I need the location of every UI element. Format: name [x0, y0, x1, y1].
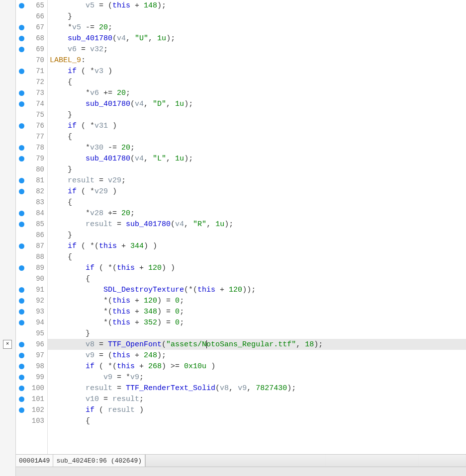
breakpoint-dot-icon[interactable] — [19, 123, 24, 129]
breakpoint-dot-icon[interactable] — [19, 397, 24, 402]
gutter-row[interactable]: 70 — [16, 55, 47, 66]
code-line[interactable]: *(this + 352) = 0; — [48, 317, 466, 328]
code-line[interactable]: *(this + 120) = 0; — [48, 295, 466, 306]
code-lines[interactable]: v5 = (this + 148); } *v5 -= 20; sub_4017… — [48, 0, 466, 454]
breakpoint-dot-icon[interactable] — [19, 47, 24, 52]
gutter-row[interactable]: 85 — [16, 219, 47, 230]
code-line[interactable]: { — [48, 77, 466, 87]
line-number-gutter[interactable]: 65 66 67 68 69 70 71 72 73 74 75 76 77 7… — [16, 0, 48, 454]
code-line[interactable]: sub_401780(v4, "L", 1u); — [48, 153, 466, 164]
code-line[interactable]: } — [48, 230, 466, 240]
code-line[interactable]: if ( *v3 ) — [48, 66, 466, 77]
code-line[interactable]: v8 = TTF_OpenFont("assets/NotoSans_Regul… — [48, 339, 466, 350]
breakpoint-dot-icon[interactable] — [19, 243, 24, 249]
breakpoint-dot-icon[interactable] — [19, 386, 24, 391]
gutter-row[interactable]: 74 — [16, 98, 47, 109]
gutter-row[interactable]: 69 — [16, 44, 47, 55]
breakpoint-dot-icon[interactable] — [19, 342, 24, 347]
code-line[interactable]: if ( result ) — [48, 404, 466, 415]
breakpoint-dot-icon[interactable] — [19, 211, 24, 216]
code-line[interactable]: } — [48, 164, 466, 175]
gutter-row[interactable]: 68 — [16, 33, 47, 44]
gutter-row[interactable]: 75 — [16, 109, 47, 120]
breakpoint-dot-icon[interactable] — [19, 36, 24, 41]
gutter-row[interactable]: 98 — [16, 361, 47, 372]
gutter-row[interactable]: 91 — [16, 284, 47, 295]
code-line[interactable]: if ( *(this + 268) >= 0x10u ) — [48, 361, 466, 372]
gutter-row[interactable]: 94 — [16, 317, 47, 328]
gutter-row[interactable]: 65 — [16, 0, 47, 11]
breakpoint-dot-icon[interactable] — [19, 25, 24, 30]
breakpoint-dot-icon[interactable] — [19, 3, 24, 8]
code-line[interactable]: if ( *(this + 120) ) — [48, 262, 466, 273]
code-line[interactable]: v9 = *v9; — [48, 372, 466, 383]
gutter-row[interactable]: 81 — [16, 175, 47, 186]
breakpoint-dot-icon[interactable] — [19, 375, 24, 380]
gutter-row[interactable]: 78 — [16, 142, 47, 153]
breakpoint-dot-icon[interactable] — [19, 364, 24, 369]
code-line[interactable]: if ( *(this + 344) ) — [48, 240, 466, 251]
gutter-row[interactable]: 97 — [16, 350, 47, 361]
code-line[interactable]: { — [48, 197, 466, 208]
code-line[interactable]: result = v29; — [48, 175, 466, 186]
gutter-row[interactable]: 82 — [16, 186, 47, 197]
code-line[interactable]: { — [48, 251, 466, 262]
code-line[interactable]: } — [48, 11, 466, 22]
gutter-row[interactable]: 80 — [16, 164, 47, 175]
code-line[interactable]: result = TTF_RenderText_Solid(v8, v9, 78… — [48, 383, 466, 394]
gutter-row[interactable]: 84 — [16, 208, 47, 219]
gutter-row[interactable]: 101 — [16, 394, 47, 404]
breakpoint-dot-icon[interactable] — [19, 298, 24, 304]
code-body[interactable]: 65 66 67 68 69 70 71 72 73 74 75 76 77 7… — [16, 0, 466, 454]
gutter-row[interactable]: 79 — [16, 153, 47, 164]
gutter-row[interactable]: 102 — [16, 404, 47, 415]
code-line[interactable]: { — [48, 131, 466, 142]
breakpoint-dot-icon[interactable] — [19, 145, 24, 151]
gutter-row[interactable]: 96 — [16, 339, 47, 350]
gutter-row[interactable]: 76 — [16, 120, 47, 131]
gutter-row[interactable]: 88 — [16, 251, 47, 262]
code-line[interactable]: sub_401780(v4, "U", 1u); — [48, 33, 466, 44]
code-line[interactable]: v6 = v32; — [48, 44, 466, 55]
gutter-row[interactable]: 92 — [16, 295, 47, 306]
code-line[interactable]: { — [48, 415, 466, 426]
gutter-row[interactable]: 93 — [16, 306, 47, 317]
breakpoint-dot-icon[interactable] — [19, 309, 24, 315]
gutter-row[interactable]: 95 — [16, 328, 47, 339]
breakpoint-dot-icon[interactable] — [19, 265, 24, 271]
breakpoint-dot-icon[interactable] — [19, 407, 24, 413]
breakpoint-dot-icon[interactable] — [19, 287, 24, 293]
code-line[interactable]: v9 = (this + 248); — [48, 350, 466, 361]
code-line[interactable]: sub_401780(v4, "D", 1u); — [48, 98, 466, 109]
breakpoint-dot-icon[interactable] — [19, 90, 24, 96]
gutter-row[interactable]: 83 — [16, 197, 47, 208]
code-line[interactable]: } — [48, 109, 466, 120]
code-line[interactable]: } — [48, 328, 466, 339]
gutter-row[interactable]: 67 — [16, 22, 47, 33]
gutter-row[interactable]: 66 — [16, 11, 47, 22]
code-line[interactable]: if ( *v29 ) — [48, 186, 466, 197]
code-line[interactable]: *v28 += 20; — [48, 208, 466, 219]
gutter-row[interactable]: 72 — [16, 77, 47, 87]
gutter-row[interactable]: 90 — [16, 273, 47, 284]
code-line[interactable]: if ( *v31 ) — [48, 120, 466, 131]
code-line[interactable]: *v5 -= 20; — [48, 22, 466, 33]
breakpoint-dot-icon[interactable] — [19, 320, 24, 325]
gutter-row[interactable]: 77 — [16, 131, 47, 142]
code-line[interactable]: *(this + 348) = 0; — [48, 306, 466, 317]
breakpoint-dot-icon[interactable] — [19, 222, 24, 227]
breakpoint-dot-icon[interactable] — [19, 156, 24, 161]
code-line[interactable]: *v30 -= 20; — [48, 142, 466, 153]
code-line[interactable]: v10 = result; — [48, 394, 466, 404]
breakpoint-dot-icon[interactable] — [19, 353, 24, 358]
code-line[interactable]: { — [48, 273, 466, 284]
gutter-row[interactable]: 100 — [16, 383, 47, 394]
code-line[interactable]: SDL_DestroyTexture(*(this + 120)); — [48, 284, 466, 295]
gutter-row[interactable]: 73 — [16, 87, 47, 98]
gutter-row[interactable]: 103 — [16, 415, 47, 426]
gutter-row[interactable]: 86 — [16, 230, 47, 240]
breakpoint-dot-icon[interactable] — [19, 69, 24, 74]
code-line[interactable]: result = sub_401780(v4, "R", 1u); — [48, 219, 466, 230]
code-line[interactable]: *v6 += 20; — [48, 87, 466, 98]
breakpoint-dot-icon[interactable] — [19, 178, 24, 183]
